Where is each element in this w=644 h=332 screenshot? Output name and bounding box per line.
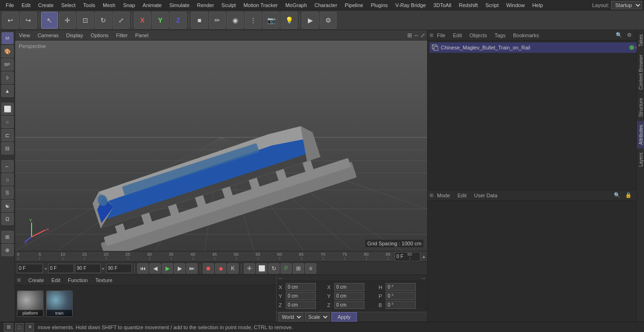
sidebar-sphere-btn[interactable]: ○ <box>1 116 14 128</box>
undo-button[interactable]: ↩ <box>2 12 19 29</box>
frame-start-input[interactable] <box>17 264 43 273</box>
auto-key-button[interactable]: ◆ <box>215 263 226 274</box>
coord-y-input[interactable] <box>286 292 316 300</box>
sidebar-edge-btn[interactable]: S <box>1 186 14 199</box>
viewport-icon-1[interactable]: ⊞ <box>407 32 412 39</box>
menu-motion-tracker[interactable]: Motion Tracker <box>239 1 281 9</box>
viewport-menu-panel[interactable]: Panel <box>133 32 150 39</box>
menu-plugins[interactable]: Plugins <box>367 1 391 9</box>
menu-3dtoall[interactable]: 3DToAll <box>429 1 455 9</box>
viewport-menu-cameras[interactable]: Cameras <box>36 32 61 39</box>
sidebar-magnet-btn[interactable]: ☯ <box>1 200 14 212</box>
menu-pipeline[interactable]: Pipeline <box>341 1 367 9</box>
menu-render[interactable]: Render <box>193 1 218 9</box>
right-tab-structure[interactable]: Structure <box>637 94 644 121</box>
menu-help[interactable]: Help <box>528 1 547 9</box>
mat-tab-edit[interactable]: Edit <box>50 276 62 284</box>
render-view-button[interactable]: ▶ <box>302 12 319 29</box>
motion-path-button[interactable]: ✛ <box>244 263 255 274</box>
right-tab-content[interactable]: Content Browser <box>637 50 644 93</box>
sidebar-cylinder-btn[interactable]: ⊏ <box>1 129 14 141</box>
world-dropdown[interactable]: World <box>279 312 303 322</box>
frame-end-input[interactable] <box>75 264 101 273</box>
om-tab-bookmarks[interactable]: Bookmarks <box>511 32 541 39</box>
sidebar-sky-btn[interactable]: ⊕ <box>1 244 14 256</box>
om-tab-objects[interactable]: Objects <box>468 32 489 39</box>
redo-button[interactable]: ↪ <box>20 12 37 29</box>
record-button[interactable]: ⏺ <box>203 263 214 274</box>
coord-z2-input[interactable] <box>334 301 364 309</box>
sidebar-motion-btn[interactable]: ▲ <box>1 85 14 97</box>
sidebar-knife-btn[interactable]: ⌐ <box>1 160 14 172</box>
sidebar-sculpt2-btn[interactable]: ◊ <box>1 72 14 84</box>
sidebar-bp-btn[interactable]: BP <box>1 58 14 71</box>
viewport-menu-display[interactable]: Display <box>64 32 85 39</box>
light-button[interactable]: 💡 <box>281 12 297 29</box>
obj-dot-green[interactable] <box>629 45 634 50</box>
frame-current-input[interactable] <box>48 264 74 273</box>
sidebar-cube-btn[interactable]: ⬜ <box>1 103 14 115</box>
axis-x-button[interactable]: X <box>134 12 151 29</box>
right-tab-layers[interactable]: Layers <box>637 148 644 170</box>
axis-y-button[interactable]: Y <box>152 12 169 29</box>
coord-z-input[interactable] <box>286 301 316 309</box>
viewport-menu-filter[interactable]: Filter <box>114 32 129 39</box>
attr-tab-edit[interactable]: Edit <box>456 192 469 199</box>
coord-b-input[interactable] <box>386 301 416 309</box>
material-platform[interactable]: platform <box>17 291 43 317</box>
scale-dropdown[interactable]: Scale <box>305 312 330 322</box>
attr-tab-userdata[interactable]: User Data <box>472 192 500 199</box>
timeline-ticks[interactable]: 0 5 10 15 20 25 30 35 40 45 50 55 60 65 … <box>17 251 393 261</box>
coord-y2-input[interactable] <box>334 292 364 300</box>
view-mode-button[interactable]: ⊞ <box>293 263 304 274</box>
scale-tool-button[interactable]: ⊡ <box>77 12 94 29</box>
menu-character[interactable]: Character <box>311 1 341 9</box>
sidebar-paint-btn[interactable]: 🎨 <box>1 45 14 57</box>
menu-create[interactable]: Create <box>34 1 58 9</box>
viewport-menu-options[interactable]: Options <box>89 32 110 39</box>
axis-z-button[interactable]: Z <box>170 12 187 29</box>
statusbar-icon-1[interactable]: ⊞ <box>4 323 13 332</box>
menu-vray[interactable]: V-Ray Bridge <box>392 1 430 9</box>
mat-tab-create[interactable]: Create <box>26 276 46 284</box>
right-tab-attributes[interactable]: Attributes <box>637 121 644 148</box>
menu-animate[interactable]: Animate <box>139 1 165 9</box>
key-all-button[interactable]: K <box>227 263 239 274</box>
coord-x2-input[interactable] <box>334 283 364 291</box>
attr-lock-icon[interactable]: 🔒 <box>624 192 633 199</box>
sidebar-bridge-btn[interactable]: ⌂ <box>1 173 14 186</box>
key-frame-button[interactable]: ⬜ <box>256 263 267 274</box>
ping-pong-button[interactable]: P <box>281 263 292 274</box>
frame-end2-input[interactable] <box>106 264 132 273</box>
om-tab-file[interactable]: File <box>435 32 447 39</box>
goto-end-button[interactable]: ⏭ <box>186 263 198 274</box>
statusbar-icon-2[interactable]: □ <box>15 323 24 332</box>
render-settings-button[interactable]: ⚙ <box>320 12 337 29</box>
viewport-canvas[interactable] <box>15 40 427 251</box>
viewport-icon-2[interactable]: ↔ <box>413 32 419 39</box>
deformer-button[interactable]: ⋮ <box>245 12 262 29</box>
om-search-icon[interactable]: 🔍 <box>614 32 624 39</box>
menu-script[interactable]: Script <box>482 1 503 9</box>
track-mode-button[interactable]: ≡ <box>305 263 316 274</box>
transform-tool-button[interactable]: ⤢ <box>113 12 130 29</box>
om-tab-tags[interactable]: Tags <box>493 32 507 39</box>
menu-tools[interactable]: Tools <box>79 1 99 9</box>
menu-window[interactable]: Window <box>503 1 528 9</box>
menu-mesh[interactable]: Mesh <box>99 1 119 9</box>
sidebar-floor-btn[interactable]: ⊞ <box>1 231 14 243</box>
step-back-button[interactable]: ◀ <box>149 263 161 274</box>
object-item-train[interactable]: Chinese_Maglev_Bullet_Train_on_Rail <box>429 42 642 53</box>
menu-select[interactable]: Select <box>58 1 80 9</box>
material-train[interactable]: train <box>46 291 73 317</box>
sidebar-paint2-btn[interactable]: Ω <box>1 213 14 225</box>
menu-simulate[interactable]: Simulate <box>165 1 193 9</box>
mat-tab-function[interactable]: Function <box>66 276 90 284</box>
sidebar-plane-btn[interactable]: ⊟ <box>1 142 14 154</box>
viewport-icon-3[interactable]: ⤢ <box>421 32 425 39</box>
om-tab-edit[interactable]: Edit <box>451 32 464 39</box>
viewport[interactable]: Perspective <box>15 40 427 251</box>
coord-p-input[interactable] <box>386 292 416 300</box>
play-button[interactable]: ▶ <box>162 263 173 274</box>
menu-redshift[interactable]: Redshift <box>455 1 481 9</box>
